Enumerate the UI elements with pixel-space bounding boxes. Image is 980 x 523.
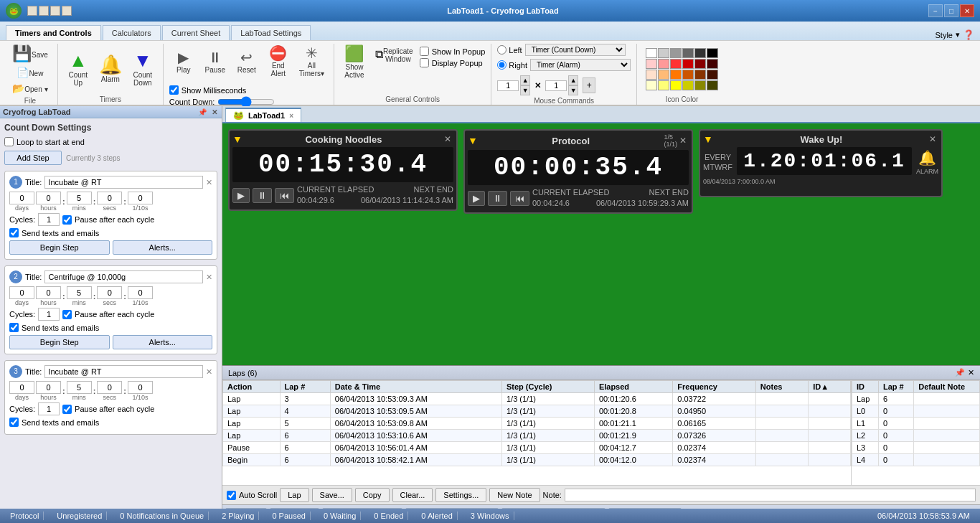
- step1-alerts-btn[interactable]: Alerts...: [113, 240, 213, 255]
- step2-tenths-input[interactable]: [128, 286, 153, 299]
- step1-mins-input[interactable]: [67, 192, 92, 204]
- ribbon-help-icon[interactable]: ❓: [963, 29, 974, 40]
- step3-secs-input[interactable]: [97, 381, 122, 394]
- quick-open-btn[interactable]: [39, 6, 49, 16]
- color-lyellow[interactable]: [646, 80, 657, 90]
- replicate-window-button[interactable]: ⧉ ReplicateWindow: [372, 44, 417, 65]
- color-lorange[interactable]: [646, 70, 657, 80]
- save-button[interactable]: 💾 Save: [9, 44, 52, 64]
- add-step-button[interactable]: Add Step: [4, 151, 62, 165]
- open-button[interactable]: 📂 Open ▾: [9, 81, 52, 95]
- end-alert-button[interactable]: ⛔ EndAlert: [264, 44, 293, 80]
- timer1-pause-btn[interactable]: ⏸: [253, 188, 272, 203]
- timer2-close-btn[interactable]: ✕: [677, 136, 689, 146]
- color-lred[interactable]: [646, 59, 657, 69]
- count-up-button[interactable]: ▲ CountUp: [64, 49, 93, 89]
- timer1-play-btn[interactable]: ▶: [232, 188, 250, 203]
- copy-laps-button[interactable]: Copy: [355, 488, 390, 502]
- left-radio[interactable]: [497, 45, 507, 55]
- show-in-popup-checkbox[interactable]: [420, 47, 429, 56]
- step1-tenths-input[interactable]: [128, 192, 153, 204]
- color-olive[interactable]: [694, 80, 706, 90]
- count-down-button[interactable]: ▼ CountDown: [128, 49, 157, 89]
- step1-begin-btn[interactable]: Begin Step: [9, 240, 110, 255]
- color-dyellow[interactable]: [682, 80, 694, 90]
- laps-close-btn[interactable]: ✕: [968, 368, 974, 377]
- new-button[interactable]: 📄 New: [9, 65, 52, 80]
- panel-pin-btn[interactable]: 📌: [197, 108, 208, 116]
- timer2-prev-btn[interactable]: ⏮: [510, 191, 529, 206]
- step2-days-input[interactable]: [9, 286, 34, 299]
- quick-btn4[interactable]: [62, 6, 72, 16]
- panel-close-btn[interactable]: ✕: [210, 108, 219, 116]
- step1-hours-input[interactable]: [36, 192, 61, 204]
- step2-cycles-input[interactable]: [38, 308, 60, 321]
- step3-hours-input[interactable]: [36, 381, 61, 394]
- step1-days-input[interactable]: [9, 192, 34, 204]
- tab-timers-controls[interactable]: Timers and Controls: [6, 25, 101, 40]
- step3-title-input[interactable]: [44, 365, 203, 378]
- color-dorange[interactable]: [682, 70, 694, 80]
- color-dred[interactable]: [682, 59, 694, 69]
- lap-button[interactable]: Lap: [280, 488, 308, 502]
- step2-secs-input[interactable]: [97, 286, 122, 299]
- timer2-play-btn[interactable]: ▶: [468, 191, 485, 206]
- color-lgray[interactable]: [658, 48, 669, 58]
- step2-hours-input[interactable]: [36, 286, 61, 299]
- reset-button[interactable]: ↩ Reset: [232, 48, 261, 76]
- close-button[interactable]: ✕: [960, 4, 974, 17]
- timer1-prev-btn[interactable]: ⏮: [275, 188, 294, 203]
- step1-close[interactable]: ✕: [206, 178, 212, 187]
- spinner1-up[interactable]: ▲: [520, 75, 530, 85]
- color-dolive[interactable]: [707, 80, 718, 90]
- color-vdred[interactable]: [694, 59, 706, 69]
- step2-alerts-btn[interactable]: Alerts...: [113, 335, 213, 349]
- spinner2-up[interactable]: ▲: [568, 75, 578, 85]
- timer3-close-btn[interactable]: ✕: [927, 134, 938, 144]
- color-dgray[interactable]: [682, 48, 694, 58]
- all-timers-button[interactable]: ✳ AllTimers▾: [296, 44, 328, 80]
- show-active-button[interactable]: 🟩 ShowActive: [340, 44, 369, 81]
- color-black[interactable]: [707, 48, 718, 58]
- note-input[interactable]: [565, 489, 976, 501]
- timer2-pause-btn[interactable]: ⏸: [488, 191, 507, 206]
- step1-title-input[interactable]: [44, 176, 203, 189]
- spinner1-input[interactable]: [497, 80, 519, 91]
- step1-pause-checkbox[interactable]: [62, 215, 72, 225]
- color-brown[interactable]: [694, 70, 706, 80]
- step1-secs-input[interactable]: [97, 192, 122, 204]
- left-select[interactable]: Timer (Count Down) Timer (Count Up) Time…: [525, 44, 626, 56]
- color-red[interactable]: [670, 59, 682, 69]
- color-white[interactable]: [646, 48, 657, 58]
- step2-begin-btn[interactable]: Begin Step: [9, 335, 110, 349]
- step2-close[interactable]: ✕: [206, 273, 212, 282]
- minimize-button[interactable]: −: [928, 4, 943, 17]
- alarm-button[interactable]: 🔔 Alarm: [95, 53, 126, 85]
- main-tab-labtoad1[interactable]: 🐸 LabToad1 ×: [225, 108, 301, 122]
- step2-send-checkbox[interactable]: [9, 323, 19, 332]
- laps-pin-btn[interactable]: 📌: [955, 368, 965, 377]
- tab-current-sheet[interactable]: Current Sheet: [162, 25, 230, 40]
- step1-cycles-input[interactable]: [38, 213, 60, 226]
- laps-table-container[interactable]: Action Lap # Date & Time Step (Cycle) El…: [222, 380, 851, 485]
- color-mred[interactable]: [658, 59, 669, 69]
- right-radio[interactable]: [497, 60, 507, 70]
- pause-button[interactable]: ⏸ Pause: [201, 48, 230, 76]
- color-mgray[interactable]: [670, 48, 682, 58]
- spinner2-input[interactable]: [545, 80, 567, 91]
- loop-checkbox[interactable]: [4, 137, 14, 146]
- spinner1-down[interactable]: ▼: [520, 85, 530, 95]
- step3-pause-checkbox[interactable]: [62, 405, 72, 414]
- timer1-close-btn[interactable]: ✕: [442, 134, 453, 144]
- display-popup-checkbox[interactable]: [420, 58, 429, 67]
- color-myellow[interactable]: [658, 80, 669, 90]
- tab-close-btn[interactable]: ×: [289, 112, 293, 120]
- spinner2-down[interactable]: ▼: [568, 85, 578, 95]
- color-vdgray[interactable]: [694, 48, 706, 58]
- step2-title-input[interactable]: [44, 270, 203, 283]
- step3-tenths-input[interactable]: [128, 381, 153, 394]
- maximize-button[interactable]: □: [944, 4, 958, 17]
- step2-pause-checkbox[interactable]: [62, 310, 72, 319]
- new-note-button[interactable]: New Note: [489, 488, 540, 502]
- step2-mins-input[interactable]: [67, 286, 92, 299]
